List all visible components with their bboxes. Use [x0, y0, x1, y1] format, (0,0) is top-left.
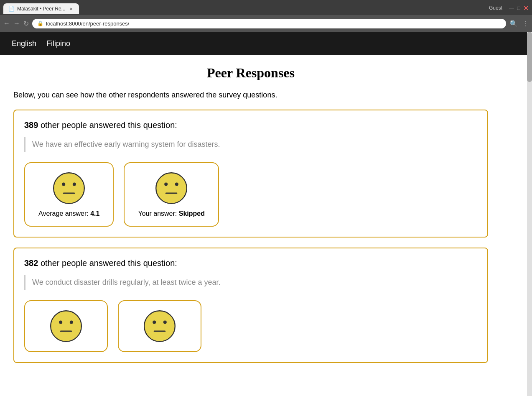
lang-english-link[interactable]: English — [7, 36, 41, 51]
svg-point-4 — [156, 173, 187, 204]
question-count-2: 382 other people answered this question: — [24, 258, 477, 268]
svg-point-5 — [164, 182, 168, 186]
svg-point-9 — [59, 320, 62, 324]
svg-point-1 — [62, 182, 65, 186]
svg-point-8 — [51, 311, 81, 342]
scrollbar-thumb[interactable] — [527, 32, 532, 82]
average-answer-box-2 — [24, 300, 108, 352]
tab-close-button[interactable]: ✕ — [68, 6, 74, 12]
answer-options-1: Average answer: 4.1 Your answer: Skipped — [24, 162, 477, 227]
main-content: Peer Responses Below, you can see how th… — [0, 55, 501, 383]
address-bar-row: ← → ↻ 🔒 localhost:8000/en/peer-responses… — [0, 15, 532, 32]
your-emoji-2 — [143, 309, 176, 343]
guest-label: Guest — [489, 5, 502, 11]
your-answer-box-2 — [118, 300, 201, 352]
app-navbar: English Filipino — [0, 32, 532, 55]
question-card-2: 382 other people answered this question:… — [13, 248, 488, 363]
average-value-1: 4.1 — [90, 210, 99, 217]
question-count-1: 389 other people answered this question: — [24, 120, 477, 130]
page-title: Peer Responses — [13, 65, 488, 81]
browser-chrome: 📄 Malasakit • Peer Re... ✕ Guest — ◻ ✕ ←… — [0, 0, 532, 32]
svg-point-0 — [53, 173, 84, 204]
lang-filipino-link[interactable]: Filipino — [41, 36, 75, 51]
reload-button[interactable]: ↻ — [23, 20, 29, 28]
svg-point-10 — [70, 320, 73, 324]
question-text-2: We conduct disaster drills regularly, at… — [24, 275, 477, 290]
question-count-number-2: 382 — [24, 258, 38, 268]
svg-point-14 — [163, 320, 167, 324]
tab-title: Malasakit • Peer Re... — [17, 6, 66, 12]
question-count-suffix-2: other people answered this question: — [41, 258, 177, 268]
your-label-1: Your answer: Skipped — [138, 210, 204, 217]
question-count-suffix-1: other people answered this question: — [41, 120, 177, 130]
your-value-1: Skipped — [179, 210, 205, 217]
question-count-number-1: 389 — [24, 120, 38, 130]
toolbar-right: 🔍 ⋮ — [509, 20, 529, 28]
question-card-1: 389 other people answered this question:… — [13, 110, 488, 238]
lock-icon: 🔒 — [37, 20, 43, 26]
average-emoji-2 — [49, 309, 83, 343]
your-answer-box-1: Your answer: Skipped — [124, 162, 219, 227]
scrollbar-track[interactable] — [527, 32, 532, 383]
restore-button[interactable]: ◻ — [517, 5, 521, 11]
average-emoji-1 — [52, 171, 86, 205]
intro-text: Below, you can see how the other respond… — [13, 91, 488, 100]
tab-bar: 📄 Malasakit • Peer Re... ✕ Guest — ◻ ✕ — [0, 0, 532, 15]
average-label-1: Average answer: 4.1 — [38, 210, 99, 217]
svg-point-13 — [153, 320, 156, 324]
minimize-button[interactable]: — — [509, 5, 514, 11]
question-text-1: We have an effective early warning syste… — [24, 137, 477, 152]
svg-point-12 — [144, 311, 175, 342]
menu-icon[interactable]: ⋮ — [522, 20, 529, 28]
tab-favicon: 📄 — [8, 6, 15, 12]
average-answer-box-1: Average answer: 4.1 — [24, 162, 114, 227]
back-button[interactable]: ← — [3, 20, 10, 27]
window-controls: Guest — ◻ ✕ — [489, 4, 529, 14]
svg-point-6 — [175, 182, 178, 186]
svg-point-2 — [73, 182, 76, 186]
url-text: localhost:8000/en/peer-responses/ — [46, 20, 129, 27]
zoom-icon[interactable]: 🔍 — [509, 20, 518, 28]
your-emoji-1 — [155, 171, 188, 205]
browser-tab[interactable]: 📄 Malasakit • Peer Re... ✕ — [3, 3, 79, 14]
answer-options-2 — [24, 300, 477, 352]
close-button[interactable]: ✕ — [523, 4, 529, 12]
forward-button[interactable]: → — [13, 20, 20, 27]
address-bar[interactable]: 🔒 localhost:8000/en/peer-responses/ — [32, 19, 506, 28]
